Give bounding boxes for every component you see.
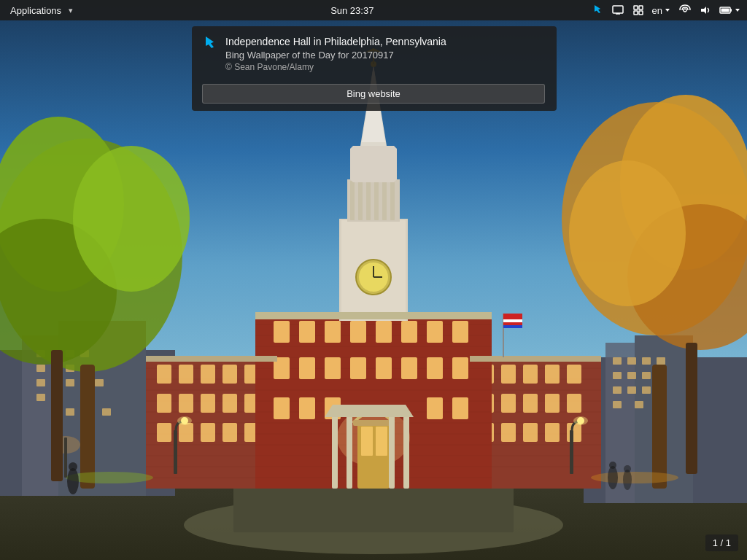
svg-rect-159 <box>452 321 468 343</box>
svg-rect-133 <box>523 423 538 442</box>
bing-icon <box>592 4 603 16</box>
svg-rect-105 <box>157 423 171 442</box>
grid-icon-btn[interactable] <box>629 1 648 20</box>
topbar-left: Applications ▾ <box>0 5 117 16</box>
svg-rect-217 <box>686 343 697 474</box>
svg-rect-102 <box>201 394 215 413</box>
svg-rect-108 <box>222 423 237 442</box>
svg-point-215 <box>569 160 686 306</box>
svg-rect-167 <box>452 357 468 379</box>
applications-menu[interactable]: Applications <box>6 5 66 16</box>
svg-rect-191 <box>358 181 363 220</box>
svg-rect-50 <box>36 365 45 372</box>
svg-rect-97 <box>201 365 215 384</box>
network-icon-btn[interactable] <box>676 1 694 20</box>
svg-rect-242 <box>639 6 643 9</box>
svg-point-231 <box>623 470 632 490</box>
svg-marker-182 <box>325 405 414 417</box>
svg-rect-216 <box>652 365 667 489</box>
svg-rect-154 <box>325 321 341 343</box>
svg-point-228 <box>69 462 77 471</box>
svg-rect-193 <box>374 181 379 220</box>
svg-rect-122 <box>501 365 516 384</box>
bing-info-popup: Independence Hall in Philadelphia, Penns… <box>192 26 557 111</box>
svg-rect-166 <box>427 357 443 379</box>
svg-rect-65 <box>613 357 622 365</box>
svg-rect-162 <box>325 357 341 379</box>
svg-rect-169 <box>299 397 315 419</box>
bing-website-button[interactable]: Bing website <box>202 84 545 104</box>
svg-rect-75 <box>642 386 651 394</box>
battery-icon <box>719 4 732 16</box>
svg-rect-179 <box>347 416 352 489</box>
svg-rect-235 <box>503 319 522 322</box>
bing-popup-text: Independence Hall in Philadelphia, Penns… <box>225 35 446 72</box>
svg-rect-135 <box>567 423 581 442</box>
applications-menu-arrow: ▾ <box>69 6 73 15</box>
volume-icon-btn[interactable] <box>696 1 715 20</box>
svg-rect-95 <box>157 365 171 384</box>
svg-rect-205 <box>470 356 601 362</box>
svg-rect-175 <box>361 427 373 456</box>
bing-image-title: Independence Hall in Philadelphia, Penns… <box>225 35 446 48</box>
svg-rect-176 <box>376 427 387 456</box>
svg-rect-244 <box>639 11 643 15</box>
svg-rect-69 <box>613 372 622 379</box>
svg-rect-101 <box>179 394 193 413</box>
svg-rect-168 <box>274 397 290 419</box>
battery-dropdown-icon <box>734 7 741 14</box>
svg-rect-70 <box>627 372 636 379</box>
svg-rect-238 <box>613 6 623 13</box>
svg-rect-204 <box>146 356 277 362</box>
svg-rect-103 <box>222 394 237 413</box>
svg-rect-67 <box>642 357 651 365</box>
language-button[interactable]: en <box>649 1 674 20</box>
chevron-down-icon <box>664 7 671 14</box>
bing-taskbar-icon[interactable] <box>588 1 607 20</box>
svg-rect-125 <box>567 365 581 384</box>
svg-rect-124 <box>545 365 560 384</box>
svg-point-232 <box>624 465 631 472</box>
svg-point-226 <box>573 416 588 425</box>
display-icon-btn[interactable] <box>608 1 627 20</box>
grid-icon <box>632 4 644 16</box>
svg-rect-158 <box>427 321 443 343</box>
svg-rect-250 <box>730 9 732 12</box>
bing-logo-icon <box>202 36 218 52</box>
svg-rect-164 <box>376 357 392 379</box>
svg-rect-58 <box>36 394 45 401</box>
svg-rect-74 <box>627 386 636 394</box>
svg-rect-155 <box>350 321 366 343</box>
svg-rect-190 <box>350 181 355 220</box>
svg-rect-96 <box>179 365 193 384</box>
svg-rect-107 <box>201 423 215 442</box>
svg-rect-57 <box>95 379 104 386</box>
svg-point-209 <box>73 146 190 292</box>
volume-icon <box>700 4 711 16</box>
svg-rect-68 <box>657 357 665 365</box>
svg-rect-157 <box>401 321 417 343</box>
svg-rect-249 <box>721 9 729 12</box>
svg-marker-237 <box>595 5 600 13</box>
svg-rect-106 <box>179 423 193 442</box>
svg-point-219 <box>591 472 678 483</box>
svg-rect-60 <box>66 408 74 416</box>
topbar-center: Sun 23:37 <box>117 5 588 16</box>
language-label: en <box>652 5 662 16</box>
svg-rect-222 <box>64 438 67 478</box>
svg-rect-192 <box>366 181 371 220</box>
svg-rect-56 <box>66 379 74 386</box>
bing-popup-header: Independence Hall in Philadelphia, Penns… <box>202 35 545 72</box>
page-counter: 1 / 1 <box>705 534 738 551</box>
svg-rect-203 <box>255 312 492 319</box>
svg-rect-172 <box>452 397 468 419</box>
svg-rect-241 <box>634 6 638 9</box>
svg-rect-73 <box>613 386 622 394</box>
bing-image-subtitle: Bing Wallpaper of the Day for 20170917 <box>225 50 446 61</box>
svg-rect-61 <box>102 408 111 416</box>
svg-rect-54 <box>36 379 45 386</box>
battery-button[interactable] <box>716 1 744 20</box>
svg-rect-195 <box>390 181 395 220</box>
svg-rect-78 <box>635 401 643 408</box>
svg-rect-210 <box>80 365 95 489</box>
